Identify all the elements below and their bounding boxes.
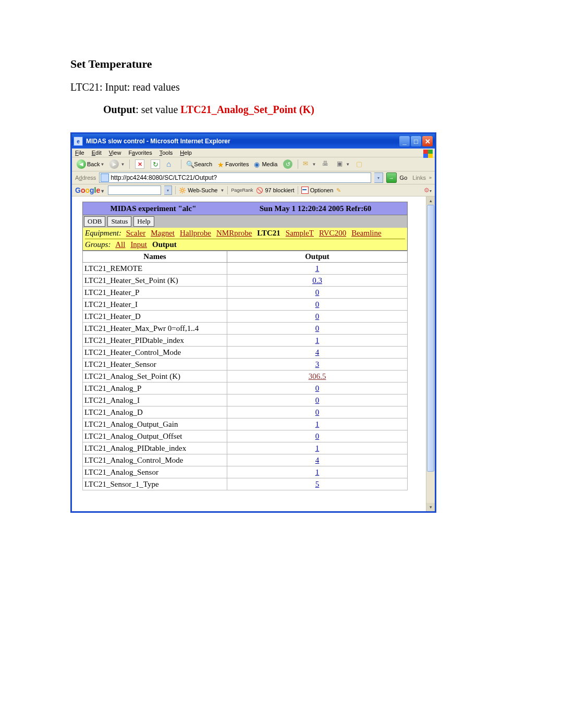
go-label: Go: [400, 175, 408, 181]
param-value-link[interactable]: 0.3: [312, 276, 322, 285]
table-row: LTC21_Heater_Sensor3: [83, 359, 408, 371]
param-value-cell: 306.5: [227, 371, 408, 382]
equipment-link[interactable]: RVC200: [319, 229, 346, 237]
param-name: LTC21_Analog_P: [83, 382, 227, 394]
param-value-link[interactable]: 3: [315, 360, 320, 368]
search-button[interactable]: 🔍Search: [185, 159, 214, 169]
equipment-active: LTC21: [257, 229, 280, 237]
param-value-link[interactable]: 0: [315, 312, 320, 320]
intro-line-1: LTC21: Input: read values: [70, 81, 495, 93]
param-value-link[interactable]: 4: [315, 456, 320, 464]
menu-view[interactable]: View: [109, 150, 121, 156]
param-value-link[interactable]: 0: [315, 396, 320, 404]
options-icon: [301, 187, 309, 194]
param-value-link[interactable]: 1: [315, 444, 320, 452]
table-row: LTC21_Sensor_1_Type5: [83, 478, 408, 490]
output-table: Names Output LTC21_REMOTE1LTC21_Heater_S…: [82, 251, 408, 490]
param-value-link[interactable]: 1: [315, 420, 320, 428]
address-label: Address: [75, 175, 96, 181]
menu-favorites[interactable]: Favorites: [128, 150, 152, 156]
param-value-link[interactable]: 0: [315, 300, 320, 309]
forward-button[interactable]: ►▼: [108, 159, 126, 169]
param-value-link[interactable]: 1: [315, 264, 320, 273]
param-value-link[interactable]: 0: [315, 384, 320, 392]
equipment-link[interactable]: Beamline: [351, 229, 381, 237]
media-button[interactable]: ◉Media: [252, 159, 279, 169]
equipment-bar: Equipment: ScalerMagnetHallprobeNMRprobe…: [82, 228, 408, 251]
refresh-button[interactable]: ↻: [149, 159, 162, 169]
scroll-down-arrow[interactable]: ▾: [426, 503, 435, 511]
vertical-scrollbar[interactable]: ▴ ▾: [426, 196, 435, 511]
param-value-cell: 0: [227, 323, 408, 335]
menu-help[interactable]: Help: [180, 150, 192, 156]
print-button[interactable]: 🖶: [320, 159, 333, 169]
equipment-line: Equipment: ScalerMagnetHallprobeNMRprobe…: [85, 229, 405, 238]
titlebar: e MIDAS slow control - Microsoft Interne…: [72, 134, 435, 149]
stop-button[interactable]: ✕: [133, 159, 146, 169]
google-search-input[interactable]: [108, 186, 161, 195]
param-value-link[interactable]: 306.5: [309, 372, 326, 380]
param-value-link[interactable]: 0: [315, 408, 320, 416]
status-button[interactable]: Status: [107, 216, 131, 227]
address-input[interactable]: http://pc4244:8080/SC/LTC21/Output?: [99, 172, 371, 183]
mail-button[interactable]: ✉▼: [301, 159, 317, 169]
links-label[interactable]: Links: [412, 175, 426, 181]
param-value-link[interactable]: 0: [315, 288, 320, 297]
menu-edit[interactable]: Edit: [92, 150, 102, 156]
param-value-cell: 3: [227, 359, 408, 371]
go-button[interactable]: →: [386, 172, 397, 183]
equipment-link[interactable]: SampleT: [286, 229, 314, 237]
param-value-cell: 4: [227, 454, 408, 466]
edit-button[interactable]: ▣▼: [335, 159, 351, 169]
group-link[interactable]: Input: [130, 240, 147, 249]
midas-header: MIDAS experiment "alc" Sun May 1 12:20:2…: [82, 202, 408, 215]
param-value-cell: 1: [227, 263, 408, 275]
equipment-link[interactable]: Scaler: [126, 229, 145, 237]
table-row: LTC21_Analog_Sensor1: [83, 466, 408, 478]
param-value-cell: 1: [227, 335, 408, 347]
group-link[interactable]: All: [115, 240, 125, 249]
home-button[interactable]: ⌂: [164, 159, 178, 169]
folder-button[interactable]: ▢: [353, 159, 367, 169]
options-button[interactable]: Optionen: [301, 187, 334, 194]
menu-tools[interactable]: Tools: [160, 150, 173, 156]
address-url: http://pc4244:8080/SC/LTC21/Output?: [111, 174, 217, 181]
address-dropdown[interactable]: ▾: [374, 172, 383, 183]
close-button[interactable]: ✕: [422, 136, 433, 146]
equipment-link[interactable]: Hallprobe: [180, 229, 211, 237]
param-value-cell: 4: [227, 347, 408, 359]
highlight-button[interactable]: ✎: [336, 187, 341, 194]
param-value-cell: 0: [227, 394, 408, 406]
menu-file[interactable]: File: [75, 150, 84, 156]
param-value-link[interactable]: 1: [315, 468, 320, 476]
table-row: LTC21_Analog_D0: [83, 406, 408, 418]
equipment-link[interactable]: NMRprobe: [216, 229, 252, 237]
toolbar: ◄Back▼ ►▼ ✕ ↻ ⌂ 🔍Search ★Favorites ◉Medi…: [72, 157, 435, 171]
equipment-link[interactable]: Magnet: [151, 229, 175, 237]
scroll-thumb[interactable]: [427, 205, 434, 472]
help-button[interactable]: Help: [133, 216, 154, 227]
google-search-dropdown[interactable]: ▾: [164, 186, 172, 195]
popup-blocked[interactable]: 🚫97 blockiert: [256, 187, 294, 194]
param-value-link[interactable]: 0: [315, 324, 320, 332]
param-value-link[interactable]: 5: [315, 480, 320, 488]
odb-button[interactable]: ODB: [84, 216, 105, 227]
minimize-button[interactable]: _: [399, 136, 410, 146]
param-value-cell: 1: [227, 442, 408, 454]
set-value-text: : set value: [136, 104, 180, 115]
param-value-link[interactable]: 1: [315, 336, 320, 344]
col-header-names: Names: [83, 251, 227, 263]
param-value-link[interactable]: 0: [315, 432, 320, 440]
param-value-link[interactable]: 4: [315, 348, 320, 356]
google-logo[interactable]: Google▼: [75, 186, 105, 194]
param-name: LTC21_Heater_Max_Pwr 0=off,1..4: [83, 323, 227, 335]
scroll-up-arrow[interactable]: ▴: [426, 196, 435, 205]
maximize-button[interactable]: □: [411, 136, 421, 146]
pagerank-indicator: PageRank: [231, 188, 253, 193]
back-button[interactable]: ◄Back▼: [75, 159, 106, 169]
param-value-cell: 0: [227, 430, 408, 442]
google-settings-icon[interactable]: ⚙▾: [424, 187, 432, 194]
history-button[interactable]: ↺: [281, 159, 295, 169]
web-search-button[interactable]: 🔆Web-Suche▼: [179, 187, 224, 194]
favorites-button[interactable]: ★Favorites: [216, 159, 250, 169]
